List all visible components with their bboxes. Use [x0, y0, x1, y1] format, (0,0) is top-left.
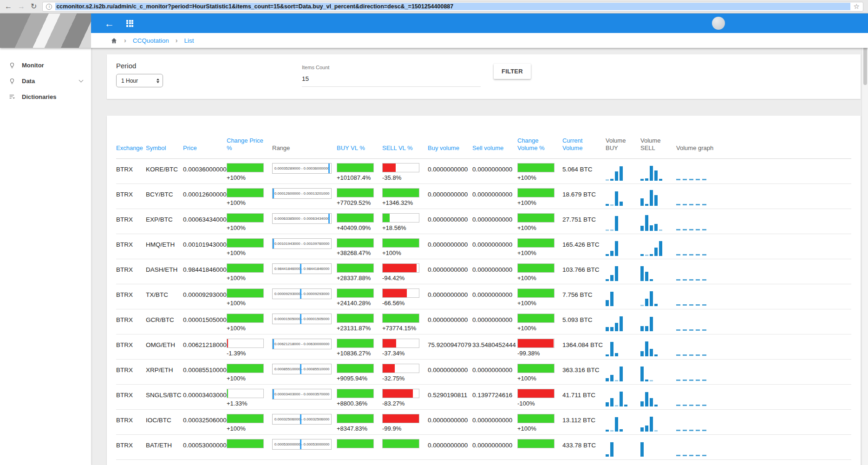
url-text[interactable]: ccmonitor.s2.is2b.ru/admin/c_c_monitor?p…: [55, 3, 850, 10]
table-row: BTRXEXP/BTC0.00063434000+100%0.000633850…: [116, 209, 851, 234]
range-box: 0.98441846000 - 0.98441846000: [272, 263, 332, 274]
column-header-change-price[interactable]: Change Price %: [227, 116, 272, 158]
sidebar-item-monitor[interactable]: Monitor: [0, 57, 91, 73]
sidebar-item-label: Monitor: [22, 62, 44, 69]
address-bar[interactable]: i ccmonitor.s2.is2b.ru/admin/c_c_monitor…: [42, 2, 863, 12]
change-volume-bar-label: +100%: [517, 224, 560, 231]
items-count-input[interactable]: 15: [302, 75, 481, 87]
page-info-icon[interactable]: i: [46, 4, 52, 10]
buy-volume-text: 0.0000000000: [428, 191, 470, 198]
change-price-bar: [227, 213, 264, 223]
column-header-buy-vl[interactable]: BUY VL %: [337, 116, 382, 158]
cell-symbol: OMG/ETH: [146, 334, 183, 359]
breadcrumb-page-link[interactable]: List: [184, 37, 194, 44]
column-header-buy-volume[interactable]: Buy volume: [428, 116, 472, 158]
change-price-bar: [227, 389, 264, 398]
items-count-label: Items Count: [302, 65, 481, 70]
filter-button[interactable]: FILTER: [494, 64, 531, 79]
cell-price: 0.00003403000: [183, 384, 227, 409]
sidebar-item-data[interactable]: Data: [0, 73, 91, 89]
cell-price: 0.00032506000: [183, 409, 227, 434]
range-marker: [300, 264, 301, 274]
change-price-bar: [227, 163, 264, 172]
sell-vl-bar: [382, 314, 419, 323]
bookmark-star-icon[interactable]: ☆: [854, 2, 860, 11]
change-volume-bar-label: +100%: [517, 325, 560, 332]
exchange-text: BTRX: [116, 417, 143, 424]
toolbar-back-icon[interactable]: ←: [104, 19, 114, 28]
cell-sell-vl: +73774.15%: [382, 309, 428, 334]
cell-sell-vl: -66.56%: [382, 284, 428, 309]
sell-vl-bar: [382, 364, 419, 373]
select-stepper-icon: [157, 79, 159, 83]
cell-volume-graph: [676, 384, 851, 409]
cell-symbol: BCY/BTC: [146, 183, 183, 209]
cell-volume-sell: [640, 284, 676, 309]
browser-back-icon[interactable]: ←: [5, 3, 12, 10]
home-icon[interactable]: [111, 37, 117, 44]
buy-vl-bar-label: +9095.94%: [337, 375, 379, 382]
cell-buy-vl: +38268.47%: [337, 234, 382, 259]
cell-current-volume: 41.711 BTC: [562, 384, 606, 409]
cell-volume-sell: [640, 434, 676, 459]
current-volume-text: 41.711 BTC: [562, 392, 603, 399]
column-header-current-volume[interactable]: Current Volume: [562, 116, 606, 158]
breadcrumb-section-link[interactable]: CCQuotation: [133, 37, 169, 44]
column-header-sell-volume[interactable]: Sell volume: [472, 116, 517, 158]
user-avatar[interactable]: [712, 17, 725, 30]
period-label: Period: [116, 62, 302, 70]
cell-volume-buy: [606, 259, 640, 284]
cell-buy-volume: 0.0000000000: [428, 234, 472, 259]
change-price-bar-label: +100%: [227, 325, 269, 332]
cell-symbol: XRP/ETH: [146, 359, 183, 384]
sell-volume-text: 33.5480452444: [472, 341, 515, 348]
chevron-down-icon: [79, 78, 84, 82]
change-price-bar-label: +1.33%: [227, 400, 269, 407]
change-volume-bar: [517, 364, 555, 373]
sell-volume-text: 0.0000000000: [472, 316, 515, 323]
column-header-price[interactable]: Price: [183, 116, 227, 158]
change-price-bar-label: +100%: [227, 249, 269, 256]
buy-vl-bar-label: +8347.83%: [337, 425, 379, 432]
sell-vl-bar-label: -37.34%: [382, 350, 425, 357]
exchange-text: BTRX: [116, 341, 143, 348]
sidebar: Monitor Data Dictionaries: [0, 48, 91, 465]
browser-forward-icon[interactable]: →: [18, 3, 25, 10]
buy-volume-text: 0.5290190811: [428, 392, 470, 399]
cell-buy-vl: +23131.87%: [337, 309, 382, 334]
column-header-volume-graph: Volume graph: [676, 116, 851, 158]
price-text: 0.00085510000: [183, 367, 224, 373]
breadcrumb-separator: ›: [176, 37, 178, 44]
symbol-text: SNGLS/BTC: [146, 392, 180, 399]
bulb-icon: [8, 61, 16, 69]
sell-vl-bar: [382, 389, 419, 398]
change-price-bar: [227, 288, 264, 298]
change-price-bar-label: +100%: [227, 224, 269, 231]
sidebar-item-dictionaries[interactable]: Dictionaries: [0, 89, 91, 105]
column-header-exchange[interactable]: Exchange: [116, 116, 146, 158]
cell-symbol: TX/BTC: [146, 284, 183, 309]
cell-change-volume: +100%: [517, 284, 562, 309]
symbol-text: BAT/ETH: [146, 442, 180, 449]
cell-sell-vl: -94.42%: [382, 259, 428, 284]
buy-vl-bar-label: +38268.47%: [337, 249, 379, 256]
cell-price: 0.00009293000: [183, 284, 227, 309]
column-header-change-volume[interactable]: Change Volume %: [517, 116, 562, 158]
volume-buy-chart: [606, 439, 638, 457]
sell-volume-text: 0.0000000000: [472, 216, 515, 223]
cell-sell-volume: 0.0000000000: [472, 359, 517, 384]
cell-sell-volume: 0.0000000000: [472, 409, 517, 434]
cell-volume-graph: [676, 234, 851, 259]
apps-grid-icon[interactable]: [126, 20, 133, 27]
column-header-sell-vl[interactable]: SELL VL %: [382, 116, 428, 158]
table-row: BTRXOMG/ETH0.00621218000-1.39%0.00621218…: [116, 334, 851, 359]
column-header-symbol[interactable]: Symbol: [146, 116, 183, 158]
change-price-bar: [227, 439, 264, 448]
period-select[interactable]: 1 Hour: [116, 74, 163, 87]
browser-reload-icon[interactable]: ↻: [31, 3, 37, 10]
cell-buy-vl: +8800.36%: [337, 384, 382, 409]
price-text: 0.98441846000: [183, 266, 224, 273]
table-row: BTRXTX/BTC0.00009293000+100%0.0000929300…: [116, 284, 851, 309]
price-text: 0.00009293000: [183, 291, 224, 298]
buy-vl-bar: [337, 213, 374, 223]
